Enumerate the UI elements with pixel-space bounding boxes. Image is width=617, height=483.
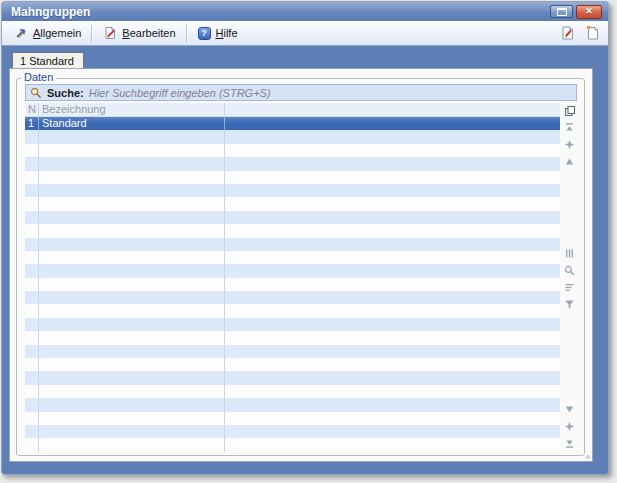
table-row — [25, 251, 560, 264]
daten-groupbox: Daten Suche: Hier Suchbegriff eingeben (… — [16, 78, 585, 456]
toolbar-separator — [91, 25, 93, 42]
table-row — [25, 197, 560, 210]
filter-icon[interactable] — [563, 298, 576, 311]
edit-page-icon — [103, 26, 117, 40]
first-record-icon[interactable] — [563, 121, 576, 134]
menu-bearbeiten-button[interactable]: Bearbeiten — [97, 24, 181, 42]
table-row — [25, 264, 560, 277]
toolbar: Allgemein Bearbeiten ? Hilfe — [2, 21, 608, 46]
last-record-icon[interactable] — [563, 437, 576, 450]
close-button[interactable]: ✕ — [576, 5, 602, 19]
toolbar-separator — [186, 25, 188, 42]
table-row — [25, 371, 560, 384]
next-record-icon[interactable] — [563, 403, 576, 416]
client-area: 1 Standard Daten Suche: Hier Suchbegriff… — [2, 46, 608, 475]
table-row — [25, 438, 560, 451]
table-row — [25, 304, 560, 317]
table-row — [25, 398, 560, 411]
table-row — [25, 425, 560, 438]
copy-grid-icon[interactable] — [563, 104, 576, 117]
window-title: Mahngruppen — [11, 5, 547, 19]
table-row — [25, 331, 560, 344]
search-label: Suche: — [47, 87, 84, 99]
document-edit-icon[interactable] — [560, 25, 575, 41]
zoom-icon[interactable] — [563, 264, 576, 277]
mahngruppen-table: N Bezeichnung 1Standard — [25, 103, 560, 452]
table-body: 1Standard — [25, 117, 560, 452]
table-row — [25, 224, 560, 237]
columns-icon[interactable] — [563, 247, 576, 260]
maximize-icon — [557, 8, 567, 16]
jump-down-icon[interactable] — [563, 420, 576, 433]
table-row — [25, 157, 560, 170]
table-row — [25, 130, 560, 143]
maximize-button[interactable] — [550, 5, 573, 18]
table-row — [25, 318, 560, 331]
menu-hilfe-button[interactable]: ? Hilfe — [192, 25, 244, 42]
app-window: Mahngruppen ✕ Allgemein Bearbeiten — [1, 1, 609, 475]
arrow-ne-icon — [14, 26, 28, 40]
table-header: N Bezeichnung — [25, 103, 560, 117]
resize-grip[interactable] — [586, 455, 590, 459]
search-icon — [30, 87, 42, 99]
menu-allgemein-button[interactable]: Allgemein — [8, 24, 87, 42]
column-header-filler — [225, 103, 560, 116]
column-header-n[interactable]: N — [25, 103, 39, 116]
table-row[interactable]: 1Standard — [25, 117, 560, 130]
help-icon: ? — [198, 27, 211, 40]
table-row — [25, 385, 560, 398]
title-bar: Mahngruppen ✕ — [2, 2, 608, 21]
table-row — [25, 345, 560, 358]
groupbox-label: Daten — [21, 71, 56, 83]
column-header-bezeichnung[interactable]: Bezeichnung — [39, 103, 225, 116]
table-row — [25, 358, 560, 371]
table-row — [25, 184, 560, 197]
grid-toolbar-rail — [560, 103, 582, 452]
search-placeholder: Hier Suchbegriff eingeben (STRG+S) — [89, 87, 271, 99]
table-row — [25, 278, 560, 291]
table-row — [25, 291, 560, 304]
previous-record-icon[interactable] — [563, 155, 576, 168]
tab-standard[interactable]: 1 Standard — [12, 52, 84, 69]
tab-strip: 1 Standard — [9, 46, 593, 68]
jump-up-icon[interactable] — [563, 138, 576, 151]
table-row — [25, 171, 560, 184]
sort-icon[interactable] — [563, 281, 576, 294]
document-new-icon[interactable] — [585, 25, 600, 41]
search-input[interactable]: Suche: Hier Suchbegriff eingeben (STRG+S… — [25, 84, 577, 101]
content-panel: Daten Suche: Hier Suchbegriff eingeben (… — [9, 68, 593, 462]
table-row — [25, 211, 560, 224]
close-icon: ✕ — [585, 7, 593, 16]
table-row — [25, 238, 560, 251]
table-row — [25, 144, 560, 157]
table-row — [25, 412, 560, 425]
